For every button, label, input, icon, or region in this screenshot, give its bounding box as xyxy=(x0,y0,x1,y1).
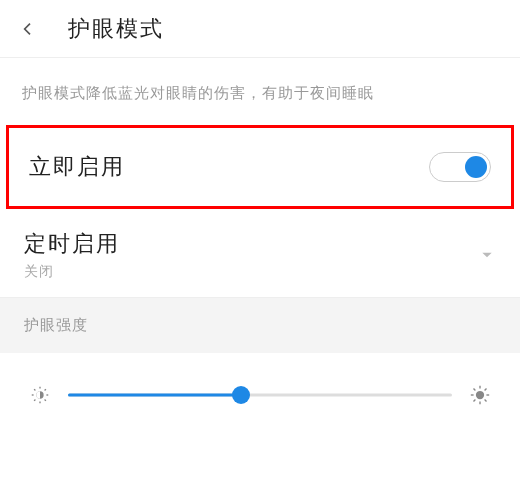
slider-fill xyxy=(68,394,241,397)
brightness-high-icon xyxy=(468,383,492,407)
schedule-row[interactable]: 定时启用 关闭 xyxy=(0,209,520,298)
intensity-slider[interactable] xyxy=(68,383,452,407)
page-title: 护眼模式 xyxy=(68,14,164,44)
chevron-down-icon xyxy=(478,246,496,264)
description-text: 护眼模式降低蓝光对眼睛的伤害，有助于夜间睡眠 xyxy=(0,58,520,125)
intensity-slider-area xyxy=(0,353,520,437)
intensity-section-label: 护眼强度 xyxy=(0,298,520,353)
schedule-status: 关闭 xyxy=(24,263,120,281)
highlight-annotation: 立即启用 xyxy=(6,125,514,209)
toggle-knob xyxy=(465,156,487,178)
enable-now-row: 立即启用 xyxy=(9,128,511,206)
back-icon[interactable] xyxy=(16,17,40,41)
slider-thumb xyxy=(232,386,250,404)
schedule-text: 定时启用 关闭 xyxy=(24,229,120,281)
enable-now-label: 立即启用 xyxy=(29,152,125,182)
schedule-label: 定时启用 xyxy=(24,229,120,259)
brightness-low-icon xyxy=(28,383,52,407)
header: 护眼模式 xyxy=(0,0,520,58)
enable-now-toggle[interactable] xyxy=(429,152,491,182)
svg-point-1 xyxy=(476,391,484,399)
